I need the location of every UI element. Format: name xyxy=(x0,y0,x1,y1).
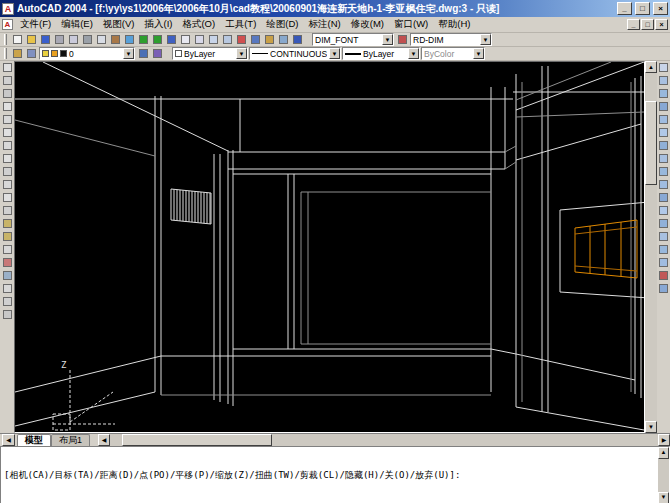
close-button[interactable]: × xyxy=(653,2,668,15)
drawing-canvas[interactable]: Z xyxy=(14,61,645,433)
toolbar-grip[interactable] xyxy=(4,48,7,59)
properties-palette-button[interactable] xyxy=(248,33,262,46)
offset-button[interactable] xyxy=(657,100,670,113)
chevron-down-icon[interactable]: ▼ xyxy=(236,48,247,59)
trim-button[interactable] xyxy=(657,191,670,204)
scroll-down-icon[interactable]: ▼ xyxy=(645,421,657,433)
stretch-button[interactable] xyxy=(657,165,670,178)
fillet-button[interactable] xyxy=(657,256,670,269)
open-file-button[interactable] xyxy=(24,33,38,46)
make-object-layer-current-button[interactable] xyxy=(136,47,150,60)
multiline-text-button[interactable] xyxy=(1,282,14,295)
break-button[interactable] xyxy=(657,230,670,243)
command-text[interactable]: [相机(CA)/目标(TA)/距离(D)/点(PO)/平移(P)/缩放(Z)/扭… xyxy=(1,447,658,503)
restore-button[interactable]: □ xyxy=(635,2,650,15)
print-preview-button[interactable] xyxy=(66,33,80,46)
doc-minimize-button[interactable]: _ xyxy=(627,19,640,30)
chamfer-button[interactable] xyxy=(657,243,670,256)
color-combo[interactable]: ByLayer ▼ xyxy=(172,47,248,60)
dim-style-manager-button[interactable] xyxy=(395,33,409,46)
copy-object-button[interactable] xyxy=(657,74,670,87)
multiline-button[interactable] xyxy=(1,87,14,100)
redraw-button[interactable] xyxy=(234,33,248,46)
save-button[interactable] xyxy=(38,33,52,46)
chevron-down-icon[interactable]: ▼ xyxy=(123,48,134,59)
ellipse-button[interactable] xyxy=(1,191,14,204)
linetype-combo[interactable]: CONTINUOUS ▼ xyxy=(249,47,341,60)
menu-edit[interactable]: 编辑(E) xyxy=(56,17,98,32)
scroll-right-icon[interactable]: ▶ xyxy=(658,434,670,446)
polyline-button[interactable] xyxy=(1,100,14,113)
lineweight-combo[interactable]: ByLayer ▼ xyxy=(342,47,420,60)
menu-dimension[interactable]: 标注(N) xyxy=(304,17,346,32)
menu-window[interactable]: 窗口(W) xyxy=(389,17,433,32)
help-button[interactable] xyxy=(290,33,304,46)
layer-previous-button[interactable] xyxy=(150,47,164,60)
vertical-scroll-thumb[interactable] xyxy=(645,101,657,185)
layer-combo[interactable]: 0 ▼ xyxy=(39,47,135,60)
menu-format[interactable]: 格式(O) xyxy=(177,17,220,32)
array-button[interactable] xyxy=(657,113,670,126)
extend-button[interactable] xyxy=(657,204,670,217)
scroll-down-icon[interactable]: ▼ xyxy=(658,492,669,503)
zoom-previous-button[interactable] xyxy=(220,33,234,46)
text-style-combo[interactable]: DIM_FONT ▼ xyxy=(312,33,394,46)
menu-file[interactable]: 文件(F) xyxy=(15,17,56,32)
chevron-down-icon[interactable]: ▼ xyxy=(329,48,340,59)
point-button[interactable] xyxy=(1,243,14,256)
construction-line-button[interactable] xyxy=(1,74,14,87)
tab-layout1[interactable]: 布局1 xyxy=(51,434,90,446)
revision-cloud-button[interactable] xyxy=(1,165,14,178)
doc-restore-button[interactable]: □ xyxy=(641,19,654,30)
chevron-down-icon[interactable]: ▼ xyxy=(382,34,393,45)
make-block-button[interactable] xyxy=(1,230,14,243)
layer-filter-button[interactable] xyxy=(24,47,38,60)
join-button[interactable] xyxy=(657,282,670,295)
donut-button[interactable] xyxy=(1,295,14,308)
print-button[interactable] xyxy=(52,33,66,46)
insert-block-button[interactable] xyxy=(1,217,14,230)
vertical-scroll-track[interactable] xyxy=(645,73,657,421)
redo-button[interactable] xyxy=(150,33,164,46)
doc-close-button[interactable]: × xyxy=(655,19,668,30)
horizontal-scroll-track[interactable] xyxy=(110,434,658,446)
spline-button[interactable] xyxy=(1,178,14,191)
tool-palettes-button[interactable] xyxy=(276,33,290,46)
menu-view[interactable]: 视图(V) xyxy=(98,17,140,32)
paste-button[interactable] xyxy=(108,33,122,46)
toolbar-grip[interactable] xyxy=(4,34,7,45)
dim-style-combo[interactable]: RD-DIM ▼ xyxy=(410,33,492,46)
scroll-up-icon[interactable]: ▲ xyxy=(645,61,657,73)
layer-properties-button[interactable] xyxy=(10,47,24,60)
undo-button[interactable] xyxy=(136,33,150,46)
horizontal-scrollbar[interactable]: ◀ ▶ xyxy=(98,434,670,446)
erase-button[interactable] xyxy=(657,61,670,74)
menu-tools[interactable]: 工具(T) xyxy=(220,17,261,32)
vertical-scrollbar[interactable]: ▲ ▼ xyxy=(645,61,657,433)
pan-realtime-button[interactable] xyxy=(178,33,192,46)
scale-button[interactable] xyxy=(657,152,670,165)
rotate-button[interactable] xyxy=(657,139,670,152)
new-file-button[interactable] xyxy=(10,33,24,46)
scroll-up-icon[interactable]: ▲ xyxy=(658,447,669,459)
menu-modify[interactable]: 修改(M) xyxy=(346,17,389,32)
menu-draw[interactable]: 绘图(D) xyxy=(261,17,303,32)
insert-hyperlink-button[interactable] xyxy=(164,33,178,46)
match-properties-button[interactable] xyxy=(122,33,136,46)
menu-insert[interactable]: 插入(I) xyxy=(139,17,177,32)
line-button[interactable] xyxy=(1,61,14,74)
copy-button[interactable] xyxy=(94,33,108,46)
cut-button[interactable] xyxy=(80,33,94,46)
command-scrollbar[interactable]: ▲ ▼ xyxy=(658,447,669,503)
tab-model[interactable]: 模型 xyxy=(17,434,51,446)
move-button[interactable] xyxy=(657,126,670,139)
chevron-down-icon[interactable]: ▼ xyxy=(408,48,419,59)
menu-help[interactable]: 帮助(H) xyxy=(433,17,475,32)
explode-button[interactable] xyxy=(657,269,670,282)
horizontal-scroll-thumb[interactable] xyxy=(122,434,272,446)
polygon-button[interactable] xyxy=(1,113,14,126)
chevron-down-icon[interactable]: ▼ xyxy=(480,34,491,45)
ellipse-arc-button[interactable] xyxy=(1,204,14,217)
design-center-button[interactable] xyxy=(262,33,276,46)
mirror-button[interactable] xyxy=(657,87,670,100)
